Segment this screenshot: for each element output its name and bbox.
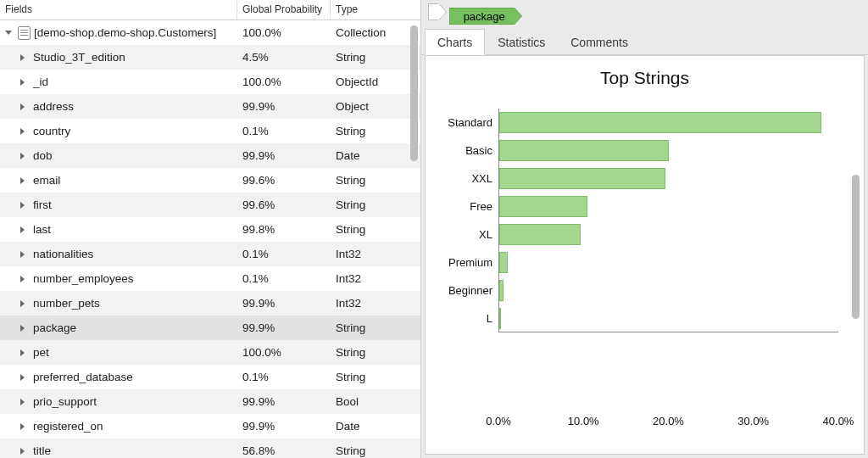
bar-row: XL: [499, 221, 838, 249]
chevron-right-icon[interactable]: [19, 176, 27, 185]
bar-label: XXL: [440, 165, 492, 193]
breadcrumb-root[interactable]: [428, 3, 438, 20]
chevron-right-icon[interactable]: [19, 152, 27, 160]
field-name: email: [33, 168, 60, 193]
field-prob: 100.0%: [237, 340, 331, 365]
field-row-prio_support[interactable]: prio_support99.9%Bool: [0, 389, 420, 414]
field-name: number_employees: [33, 266, 134, 291]
field-row-preferred_database[interactable]: preferred_database0.1%String: [0, 365, 420, 389]
field-prob: 99.6%: [237, 168, 331, 193]
x-tick: 10.0%: [554, 415, 613, 427]
collection-icon: [18, 26, 31, 40]
field-prob: 56.8%: [237, 438, 331, 458]
header-global-probability[interactable]: Global Probability: [237, 0, 331, 20]
field-row-last[interactable]: last99.8%String: [0, 217, 420, 242]
field-row-dob[interactable]: dob99.9%Date: [0, 143, 420, 168]
bar: [499, 140, 669, 161]
field-row-package[interactable]: package99.9%String: [0, 316, 420, 340]
field-prob: 99.9%: [237, 389, 331, 414]
chevron-right-icon[interactable]: [19, 275, 27, 283]
field-prob: 0.1%: [237, 266, 331, 291]
field-type: String: [331, 193, 420, 217]
tree-root-row[interactable]: [demo-shop.demo-shop.Customers] 100.0% C…: [0, 20, 420, 45]
field-row-Studio_3T_edition[interactable]: Studio_3T_edition4.5%String: [0, 45, 420, 70]
field-name: last: [33, 217, 51, 242]
tab-comments[interactable]: Comments: [558, 29, 641, 55]
field-row-country[interactable]: country0.1%String: [0, 119, 420, 143]
field-row-number_employees[interactable]: number_employees0.1%Int32: [0, 266, 420, 291]
bar-label: Beginner: [440, 276, 492, 304]
bar: [499, 280, 504, 301]
bar-label: Free: [440, 193, 492, 221]
field-type: ObjectId: [331, 70, 420, 94]
field-name: package: [33, 316, 76, 340]
chart-pane: Top Strings StandardBasicXXLFreeXLPremiu…: [425, 55, 865, 455]
bar: [499, 252, 508, 273]
chevron-right-icon[interactable]: [19, 299, 27, 308]
chevron-right-icon[interactable]: [19, 373, 27, 382]
field-prob: 0.1%: [237, 119, 331, 143]
bar-row: Standard: [499, 109, 838, 137]
field-row-_id[interactable]: _id100.0%ObjectId: [0, 70, 420, 94]
field-row-nationalities[interactable]: nationalities0.1%Int32: [0, 242, 420, 266]
chevron-right-icon[interactable]: [19, 447, 27, 455]
field-type: Date: [331, 414, 420, 438]
field-prob: 99.9%: [237, 414, 331, 438]
field-type: String: [331, 340, 420, 365]
root-label: [demo-shop.demo-shop.Customers]: [34, 20, 216, 45]
chevron-down-icon[interactable]: [5, 29, 14, 37]
header-fields[interactable]: Fields: [0, 0, 237, 20]
field-row-first[interactable]: first99.6%String: [0, 193, 420, 217]
tab-charts[interactable]: Charts: [425, 29, 485, 55]
field-type: Bool: [331, 389, 420, 414]
header-type[interactable]: Type: [331, 0, 420, 20]
breadcrumb-current[interactable]: package: [449, 8, 515, 25]
root-type: Collection: [331, 20, 420, 45]
chevron-right-icon[interactable]: [19, 127, 27, 136]
field-row-email[interactable]: email99.6%String: [0, 168, 420, 193]
chevron-right-icon[interactable]: [19, 226, 27, 234]
field-type: String: [331, 316, 420, 340]
field-row-pet[interactable]: pet100.0%String: [0, 340, 420, 365]
field-prob: 99.9%: [237, 291, 331, 316]
bar: [499, 224, 581, 245]
chevron-right-icon[interactable]: [19, 53, 27, 62]
chevron-right-icon[interactable]: [19, 250, 27, 259]
bar-label: L: [440, 304, 492, 332]
bar-row: L: [499, 304, 838, 332]
field-type: Int32: [331, 266, 420, 291]
tree-rows: [demo-shop.demo-shop.Customers] 100.0% C…: [0, 20, 420, 458]
chevron-right-icon[interactable]: [19, 201, 27, 209]
bar-row: Free: [499, 193, 838, 221]
x-tick: 30.0%: [724, 415, 783, 427]
field-prob: 99.9%: [237, 143, 331, 168]
field-row-registered_on[interactable]: registered_on99.9%Date: [0, 414, 420, 438]
chevron-right-icon[interactable]: [19, 398, 27, 406]
chevron-right-icon[interactable]: [19, 349, 27, 357]
tree-scrollbar[interactable]: [410, 25, 418, 161]
field-prob: 99.8%: [237, 217, 331, 242]
bar-label: XL: [440, 221, 492, 249]
field-row-title[interactable]: title56.8%String: [0, 438, 420, 458]
field-name: preferred_database: [33, 365, 133, 389]
field-name: country: [33, 119, 70, 143]
field-type: Object: [331, 94, 420, 119]
field-name: Studio_3T_edition: [33, 45, 125, 70]
chart-title: Top Strings: [426, 56, 864, 95]
field-row-number_pets[interactable]: number_pets99.9%Int32: [0, 291, 420, 316]
field-name: dob: [33, 143, 53, 168]
field-name: number_pets: [33, 291, 100, 316]
bar-label: Premium: [440, 249, 492, 276]
chevron-right-icon[interactable]: [19, 103, 27, 111]
field-type: Int32: [331, 242, 420, 266]
tab-statistics[interactable]: Statistics: [485, 29, 558, 55]
bar-row: XXL: [499, 165, 838, 193]
chart-scrollbar[interactable]: [852, 175, 860, 319]
field-name: title: [33, 438, 51, 458]
chevron-right-icon[interactable]: [19, 78, 27, 87]
chevron-right-icon[interactable]: [19, 422, 27, 431]
field-prob: 0.1%: [237, 242, 331, 266]
bar-row: Premium: [499, 249, 838, 276]
field-row-address[interactable]: address99.9%Object: [0, 94, 420, 119]
chevron-right-icon[interactable]: [19, 324, 27, 332]
